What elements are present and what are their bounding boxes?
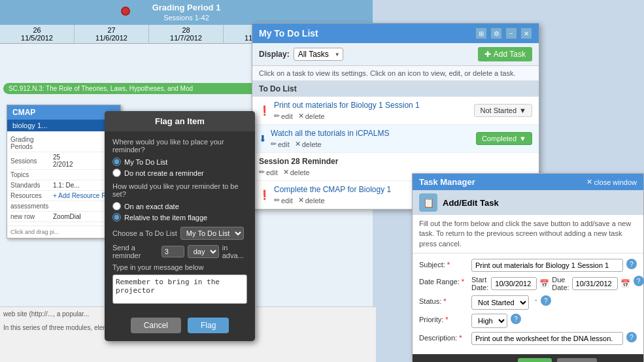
arrow-blue-icon-2: ⬇ [259, 133, 267, 144]
flag-red-icon-4: ❗ [259, 189, 270, 200]
display-select-wrapper: All Tasks [294, 48, 343, 61]
calendar-header: Grading Period 1 Sessions 1-42 [0, 0, 373, 25]
task-form: Subject: * ? Date Range: * Start Date: 📅… [413, 254, 643, 354]
status-row: Status: * Not Started - ? [419, 295, 637, 310]
task-manager-subheader-title: Add/Edit Task [443, 198, 499, 208]
start-date-calendar-icon[interactable]: 📅 [539, 279, 549, 288]
flag-modal-header: Flag an Item [105, 111, 255, 131]
due-date-calendar-icon[interactable]: 📅 [620, 279, 630, 288]
gear-icon[interactable]: ⚙ [490, 27, 502, 39]
exact-radio[interactable] [112, 202, 121, 210]
task-manager-header: Task Manager ✕ close window [413, 174, 643, 190]
chevron-down-icon: ▼ [519, 107, 526, 114]
task-manager-close-button[interactable]: ✕ close window [586, 178, 637, 186]
todo-instructions: Click on a task to view its settings. Cl… [252, 66, 539, 81]
restore-icon[interactable]: ⊞ [475, 27, 487, 39]
status-select[interactable]: Not Started [471, 295, 529, 310]
todo-toolbar: Display: All Tasks ✚ Add Task [252, 43, 539, 66]
placement-options: My To Do List Do not create a reminder [112, 157, 247, 177]
noreminder-radio[interactable] [112, 169, 121, 177]
choose-list-select[interactable]: My To Do List [180, 227, 244, 240]
todo-item-title-3: Session 28 Reminder [259, 157, 532, 166]
task-manager-subheader: 📋 Add/Edit Task [413, 190, 643, 215]
reminder-unit-select[interactable]: day [188, 245, 219, 258]
reminder-options: On an exact date Relative to the item fl… [112, 202, 247, 222]
display-select[interactable]: All Tasks [294, 48, 343, 61]
reminder-value-input[interactable] [161, 246, 184, 257]
task-cancel-button[interactable]: Cancel [557, 358, 597, 362]
subject-help-icon[interactable]: ? [626, 259, 637, 269]
edit-link-2[interactable]: ✏ edit [271, 140, 290, 148]
cmap-row-sessions: Sessions 252/2012 [10, 152, 117, 170]
todo-item-title-1: Print out materials for Biology 1 Sessio… [274, 101, 470, 110]
option-relative: Relative to the item flagge [112, 213, 247, 222]
flag-modal: Flag an Item Where would you like to pla… [105, 111, 255, 341]
due-date-input[interactable] [572, 277, 618, 290]
date-range-group: Start Date: 📅 Due Date: 📅 [471, 276, 630, 291]
priority-label: Priority: * [419, 314, 468, 323]
mylist-radio[interactable] [112, 157, 121, 166]
task-manager-instructions: Fill out the form below and click the sa… [413, 215, 643, 254]
description-input[interactable] [471, 332, 623, 345]
todo-item-content-1: Print out materials for Biology 1 Sessio… [274, 101, 470, 120]
subject-label: Subject: * [419, 259, 468, 269]
send-reminder-row: Send a reminder day in adva... [112, 244, 247, 259]
close-icon[interactable]: ✕ [520, 27, 532, 39]
todo-item-content-2: Watch all the tutorials in iCPALMS ✏ edi… [271, 129, 472, 148]
cmap-header: CMAP [7, 105, 120, 120]
edit-link-1[interactable]: ✏ edit [274, 112, 293, 120]
edit-link-4[interactable]: ✏ edit [274, 196, 293, 205]
choose-list-row: Choose a To Do List My To Do List [112, 227, 247, 240]
close-x-icon: ✕ [586, 178, 592, 186]
status-badge-2[interactable]: Completed ▼ [476, 132, 532, 145]
add-task-button[interactable]: ✚ Add Task [478, 47, 532, 61]
date-help-icon[interactable]: ? [634, 276, 644, 286]
task-icon: 📋 [419, 193, 437, 212]
todo-title: My To Do List [259, 28, 318, 39]
option-mylist: My To Do List [112, 157, 247, 166]
task-save-button[interactable]: Save [518, 358, 551, 362]
todo-item-1[interactable]: ❗ Print out materials for Biology 1 Sess… [252, 97, 539, 125]
delete-link-1[interactable]: ✕ delete [298, 112, 325, 120]
todo-list-header: To Do List [252, 81, 539, 97]
priority-help-icon[interactable]: ? [511, 314, 521, 324]
priority-select[interactable]: High [471, 314, 507, 328]
status-badge-1[interactable]: Not Started ▼ [474, 104, 532, 117]
date-range-row: Date Range: * Start Date: 📅 Due Date: 📅 … [419, 276, 637, 291]
todo-header: My To Do List ⊞ ⚙ − ✕ [252, 24, 539, 43]
message-label: Type in your message below [112, 263, 247, 271]
cmap-row-newrow: new row ZoomDial [10, 212, 117, 222]
minimize-icon[interactable]: − [505, 27, 517, 39]
flag-submit-button[interactable]: Flag [188, 318, 229, 333]
status-help-icon[interactable]: ? [541, 295, 551, 306]
reminder-label: How would you like your reminder to be s… [112, 182, 247, 198]
description-help-icon[interactable]: ? [626, 332, 637, 342]
flag-cancel-button[interactable]: Cancel [131, 318, 181, 333]
todo-item-2[interactable]: ⬇ Watch all the tutorials in iCPALMS ✏ e… [252, 125, 539, 153]
task-manager-title: Task Manager [419, 177, 475, 187]
plus-icon: ✚ [484, 50, 491, 59]
delete-link-2[interactable]: ✕ delete [295, 140, 322, 148]
cmap-footer: Click and drag pi... [7, 225, 120, 238]
flag-modal-buttons: Cancel Flag [105, 312, 255, 341]
option-noreminder: Do not create a reminder [112, 169, 247, 177]
todo-item-actions-2: ✏ edit ✕ delete [271, 140, 472, 148]
subject-input[interactable] [471, 259, 623, 272]
cmap-body: Grading Periods Sessions 252/2012 Topics… [7, 131, 120, 225]
chevron-down-icon-2: ▼ [519, 135, 526, 142]
description-row: Description: * ? [419, 332, 637, 345]
cmap-row-standards: Standards 1.1: De... [10, 180, 117, 191]
delete-link-4[interactable]: ✕ delete [298, 196, 325, 205]
date-cell-3: 28 11/7/2012 [149, 25, 224, 43]
date-cell-1: 26 11/5/2012 [0, 25, 75, 43]
start-date-input[interactable] [491, 277, 537, 290]
message-textarea[interactable]: Remember to bring in the projector [112, 274, 247, 304]
relative-radio[interactable] [112, 213, 121, 222]
subject-row: Subject: * ? [419, 259, 637, 272]
delete-link-3[interactable]: ✕ delete [283, 168, 310, 176]
edit-link-3[interactable]: ✏ edit [259, 168, 278, 176]
cmap-row-grading: Grading Periods [10, 135, 117, 152]
date-range-label: Date Range: * [419, 276, 468, 286]
placement-label: Where would you like to place your remin… [112, 138, 247, 154]
cmap-title: biology 1... [7, 120, 120, 131]
